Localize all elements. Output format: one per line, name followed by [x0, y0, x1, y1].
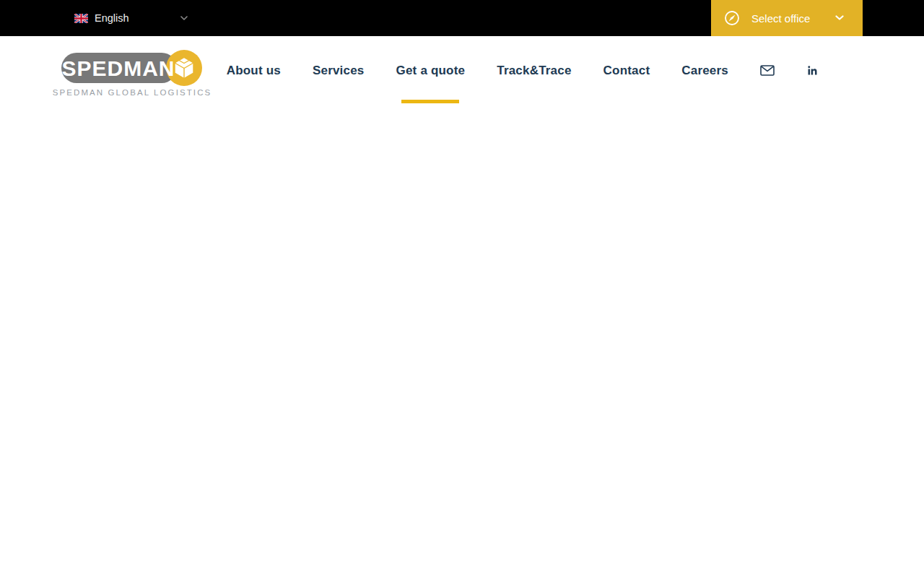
nav-item-services[interactable]: Services	[313, 36, 365, 105]
chevron-down-icon	[180, 16, 188, 21]
nav-item-about-us[interactable]: About us	[227, 36, 281, 105]
chevron-down-icon	[835, 15, 844, 21]
logo-wordmark: SPEDMAN	[61, 56, 175, 80]
nav-item-get-a-quote[interactable]: Get a quote	[396, 36, 466, 105]
page-content	[0, 105, 924, 578]
language-label: English	[95, 12, 129, 24]
language-selector[interactable]: English	[74, 0, 188, 36]
nav-item-careers[interactable]: Careers	[681, 36, 728, 105]
linkedin-icon	[806, 64, 819, 77]
email-link[interactable]	[760, 36, 775, 105]
uk-flag-icon	[74, 14, 88, 23]
logo-tagline: SPEDMAN GLOBAL LOGISTICS	[53, 88, 212, 97]
nav-item-track-and-trace[interactable]: Track&Trace	[497, 36, 571, 105]
logo-graphic: SPEDMAN	[61, 49, 203, 87]
topbar: English Select office	[0, 0, 924, 36]
compass-icon	[724, 10, 740, 26]
email-icon	[760, 65, 775, 76]
linkedin-link[interactable]	[806, 36, 819, 105]
main-nav: About us Services Get a quote Track&Trac…	[227, 36, 819, 105]
logo[interactable]: SPEDMAN SPEDMAN GLOBAL LOGISTICS	[61, 49, 203, 97]
nav-item-contact[interactable]: Contact	[603, 36, 650, 105]
select-office-button[interactable]: Select office	[711, 0, 863, 36]
select-office-label: Select office	[751, 12, 835, 25]
site-header: SPEDMAN SPEDMAN GLOBAL LOGISTICS About u…	[0, 36, 924, 105]
